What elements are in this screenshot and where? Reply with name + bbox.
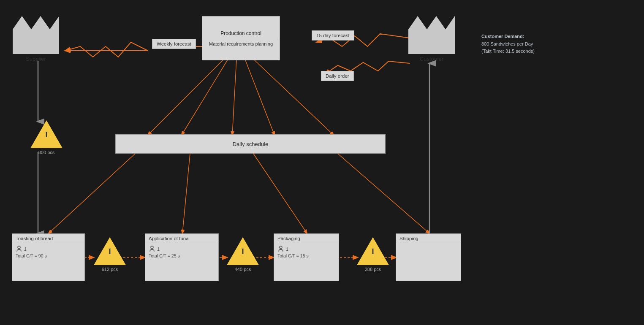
shipping-body — [396, 243, 461, 247]
svg-line-9 — [49, 154, 135, 233]
worker-icon-toasting — [16, 246, 22, 252]
inventory-supplier-label: 800 pcs — [38, 150, 55, 155]
inventory-1: I 612 pcs — [94, 237, 126, 272]
customer-factory-shape — [408, 16, 455, 54]
svg-point-23 — [151, 246, 153, 249]
svg-line-5 — [182, 59, 228, 135]
shipping-step: Shipping — [396, 233, 461, 281]
daily-schedule-label: Daily schedule — [233, 141, 269, 147]
supplier-label: Supplier — [26, 56, 46, 62]
inventory-3-label: 288 pcs — [365, 267, 381, 272]
svg-point-25 — [280, 246, 282, 249]
svg-rect-24 — [151, 249, 153, 250]
supplier-factory: Supplier — [13, 16, 59, 62]
svg-rect-26 — [280, 249, 282, 250]
inventory-2-label: 440 pcs — [235, 267, 251, 272]
svg-line-8 — [253, 59, 334, 135]
tuna-step: Application of tuna 1 Total C/T = 25 s — [145, 233, 219, 281]
customer-demand-line2: 800 Sandwiches per Day — [481, 41, 533, 46]
tuna-body: 1 Total C/T = 25 s — [145, 243, 218, 261]
packaging-body: 1 Total C/T = 15 s — [274, 243, 339, 261]
supplier-factory-shape — [13, 16, 59, 54]
svg-line-11 — [253, 154, 307, 233]
production-control-title: Production control — [217, 28, 265, 39]
forecast-15day-box: 15 day forecast — [312, 30, 354, 41]
tuna-title: Application of tuna — [145, 234, 218, 243]
production-control-sub: Material requirements planning — [207, 39, 275, 49]
worker-icon-packaging — [277, 246, 284, 252]
weekly-forecast-box: Weekly forecast — [152, 39, 196, 49]
customer-demand-line3: (Takt Time: 31.5 seconds) — [481, 49, 535, 54]
customer-label: Customer — [420, 56, 443, 62]
toasting-ct: Total C/T = 90 s — [16, 253, 81, 258]
customer-factory: Customer — [408, 16, 455, 62]
worker-icon-tuna — [149, 246, 155, 252]
toasting-step: Toasting of bread 1 Total C/T = 90 s — [12, 233, 85, 281]
svg-line-12 — [338, 154, 429, 233]
inventory-3: I 288 pcs — [357, 237, 389, 272]
svg-line-7 — [245, 59, 274, 135]
customer-demand-line1: Customer Demand: — [481, 34, 524, 39]
svg-line-4 — [148, 59, 224, 135]
tuna-workers: 1 — [149, 246, 215, 252]
tuna-ct: Total C/T = 25 s — [149, 253, 215, 258]
packaging-workers: 1 — [277, 246, 335, 252]
toasting-workers: 1 — [16, 246, 81, 252]
forecast-15day-label: 15 day forecast — [316, 33, 350, 38]
svg-line-6 — [232, 59, 236, 135]
svg-point-20 — [18, 246, 20, 249]
daily-order-label: Daily order — [326, 73, 349, 79]
inventory-1-label: 612 pcs — [102, 267, 118, 272]
toasting-body: 1 Total C/T = 90 s — [12, 243, 84, 261]
packaging-title: Packaging — [274, 234, 339, 243]
svg-rect-22 — [18, 249, 20, 250]
production-control-box: Production control Material requirements… — [202, 16, 280, 60]
inventory-supplier: I 800 pcs — [30, 120, 62, 155]
weekly-forecast-label: Weekly forecast — [157, 41, 191, 46]
inventory-2: I 440 pcs — [227, 237, 259, 272]
packaging-step: Packaging 1 Total C/T = 15 s — [274, 233, 339, 281]
customer-demand: Customer Demand: 800 Sandwiches per Day … — [481, 33, 535, 55]
toasting-title: Toasting of bread — [12, 234, 84, 243]
daily-schedule-box: Daily schedule — [115, 134, 386, 154]
packaging-ct: Total C/T = 15 s — [277, 253, 335, 258]
daily-order-box: Daily order — [321, 71, 354, 81]
svg-line-10 — [182, 154, 190, 233]
shipping-title: Shipping — [396, 234, 461, 243]
